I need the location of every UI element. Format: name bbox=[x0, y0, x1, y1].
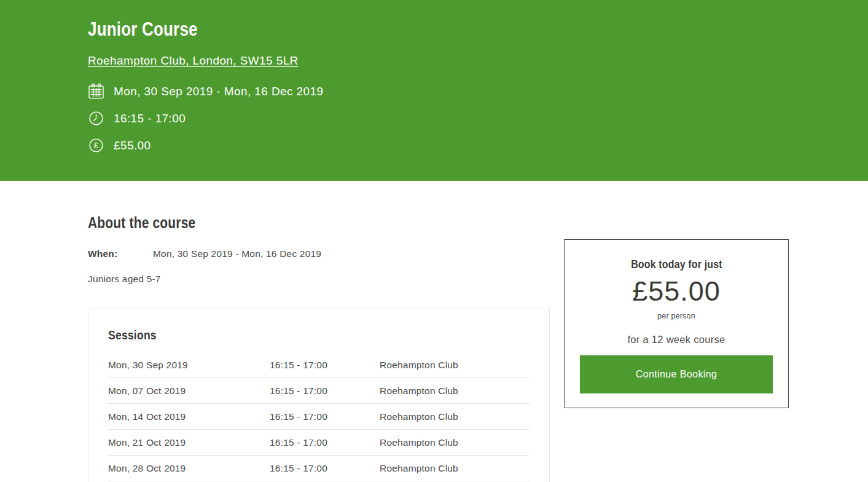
session-row: Mon, 07 Oct 201916:15 - 17:00Roehampton … bbox=[108, 378, 530, 404]
session-row: Mon, 14 Oct 201916:15 - 17:00Roehampton … bbox=[108, 404, 530, 430]
price-row: £ £55.00 bbox=[88, 137, 868, 154]
session-location: Roehampton Club bbox=[380, 411, 530, 422]
session-time: 16:15 - 17:00 bbox=[270, 359, 380, 371]
course-hero: Junior Course Roehampton Club, London, S… bbox=[0, 0, 868, 181]
page-title: Junior Course bbox=[88, 18, 868, 41]
booking-heading: Book today for just bbox=[580, 257, 773, 271]
session-rows: Mon, 30 Sep 201916:15 - 17:00Roehampton … bbox=[108, 352, 530, 481]
session-date: Mon, 07 Oct 2019 bbox=[108, 385, 270, 397]
time-range-row: 16:15 - 17:00 bbox=[88, 110, 868, 127]
about-heading: About the course bbox=[88, 214, 550, 232]
session-time: 16:15 - 17:00 bbox=[270, 385, 380, 397]
session-date: Mon, 14 Oct 2019 bbox=[108, 411, 270, 422]
course-details: About the course When:Mon, 30 Sep 2019 -… bbox=[88, 181, 550, 482]
sessions-heading: Sessions bbox=[108, 328, 530, 342]
session-date: Mon, 30 Sep 2019 bbox=[108, 359, 270, 371]
calendar-icon bbox=[88, 83, 104, 100]
date-range-text: Mon, 30 Sep 2019 - Mon, 16 Dec 2019 bbox=[114, 85, 323, 98]
when-label: When: bbox=[88, 248, 153, 259]
pound-icon: £ bbox=[88, 137, 104, 154]
booking-card: Book today for just £55.00 per person fo… bbox=[564, 239, 789, 408]
time-range-text: 16:15 - 17:00 bbox=[114, 112, 186, 125]
session-location: Roehampton Club bbox=[380, 385, 530, 397]
price-text: £55.00 bbox=[114, 139, 151, 152]
when-value: Mon, 30 Sep 2019 - Mon, 16 Dec 2019 bbox=[153, 248, 321, 259]
course-duration-label: for a 12 week course bbox=[580, 334, 773, 346]
session-time: 16:15 - 17:00 bbox=[270, 462, 380, 474]
session-location: Roehampton Club bbox=[380, 359, 530, 371]
continue-booking-button[interactable]: Continue Booking bbox=[580, 355, 773, 393]
session-row: Mon, 30 Sep 201916:15 - 17:00Roehampton … bbox=[108, 352, 530, 378]
clock-icon bbox=[88, 110, 104, 127]
date-range-row: Mon, 30 Sep 2019 - Mon, 16 Dec 2019 bbox=[88, 83, 868, 100]
session-location: Roehampton Club bbox=[380, 462, 530, 474]
session-location: Roehampton Club bbox=[380, 437, 530, 448]
per-person-label: per person bbox=[580, 312, 773, 321]
booking-price: £55.00 bbox=[580, 276, 773, 307]
sessions-panel: Sessions Mon, 30 Sep 201916:15 - 17:00Ro… bbox=[88, 309, 550, 482]
session-row: Mon, 21 Oct 201916:15 - 17:00Roehampton … bbox=[108, 430, 530, 456]
when-row: When:Mon, 30 Sep 2019 - Mon, 16 Dec 2019 bbox=[88, 248, 550, 259]
session-date: Mon, 28 Oct 2019 bbox=[108, 462, 270, 474]
session-date: Mon, 21 Oct 2019 bbox=[108, 437, 270, 448]
course-description: Juniors aged 5-7 bbox=[88, 274, 550, 285]
location-link[interactable]: Roehampton Club, London, SW15 5LR bbox=[88, 54, 299, 68]
session-time: 16:15 - 17:00 bbox=[270, 437, 380, 448]
session-row: Mon, 28 Oct 201916:15 - 17:00Roehampton … bbox=[108, 456, 530, 481]
course-info-list: Mon, 30 Sep 2019 - Mon, 16 Dec 2019 16:1… bbox=[88, 83, 868, 154]
page-title-text: Junior Course bbox=[88, 18, 198, 41]
svg-text:£: £ bbox=[94, 141, 99, 150]
session-time: 16:15 - 17:00 bbox=[270, 411, 380, 422]
